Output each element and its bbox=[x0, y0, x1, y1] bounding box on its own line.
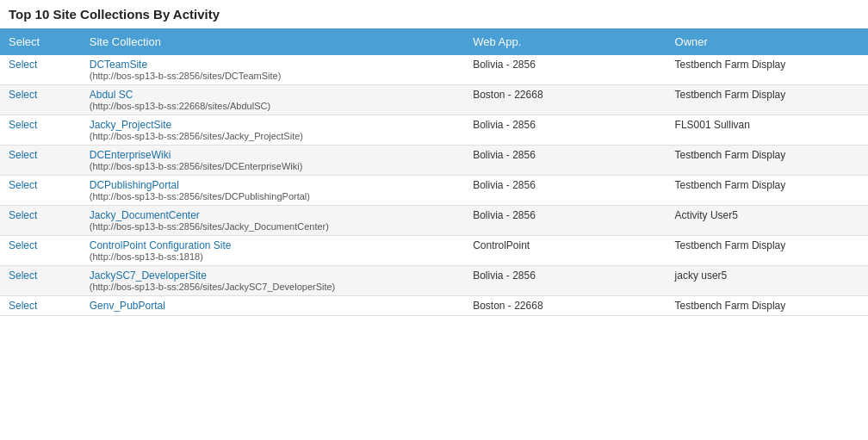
table-row: SelectControlPoint Configuration Site(ht… bbox=[0, 236, 868, 266]
col-webapp: Web App. bbox=[464, 28, 666, 55]
site-url-link[interactable]: (http://bos-sp13-b-ss:2856/sites/DCTeamS… bbox=[90, 71, 282, 81]
owner-cell: Testbench Farm Display bbox=[666, 55, 868, 85]
select-link[interactable]: Select bbox=[9, 89, 37, 101]
site-url-link[interactable]: (http://bos-sp13-b-ss:22668/sites/AbdulS… bbox=[90, 101, 270, 111]
owner-cell: jacky user5 bbox=[666, 266, 868, 296]
select-link[interactable]: Select bbox=[9, 119, 37, 131]
select-link[interactable]: Select bbox=[9, 300, 37, 312]
site-name-link[interactable]: ControlPoint Configuration Site bbox=[90, 239, 232, 251]
owner-cell: Testbench Farm Display bbox=[666, 296, 868, 316]
table-row: SelectJacky_ProjectSite(http://bos-sp13-… bbox=[0, 115, 868, 146]
owner-cell: FLS001 Sullivan bbox=[666, 115, 868, 146]
site-name-link[interactable]: Genv_PubPortal bbox=[90, 300, 165, 312]
webapp-cell: Bolivia - 2856 bbox=[464, 176, 666, 206]
owner-cell: Testbench Farm Display bbox=[666, 236, 868, 266]
webapp-cell: Boston - 22668 bbox=[464, 85, 666, 115]
owner-cell: Testbench Farm Display bbox=[666, 85, 868, 115]
table-row: SelectDCTeamSite(http://bos-sp13-b-ss:28… bbox=[0, 55, 868, 85]
select-link[interactable]: Select bbox=[9, 59, 37, 71]
site-name-link[interactable]: JackySC7_DeveloperSite bbox=[90, 270, 207, 282]
site-name-link[interactable]: DCPublishingPortal bbox=[90, 179, 179, 191]
site-name-link[interactable]: Abdul SC bbox=[90, 89, 133, 101]
select-link[interactable]: Select bbox=[9, 239, 37, 251]
table-row: SelectJacky_DocumentCenter(http://bos-sp… bbox=[0, 206, 868, 236]
site-url-link[interactable]: (http://bos-sp13-b-ss:2856/sites/JackySC… bbox=[90, 282, 336, 292]
webapp-cell: ControlPoint bbox=[464, 236, 666, 266]
col-owner: Owner bbox=[666, 28, 868, 55]
site-name-link[interactable]: Jacky_DocumentCenter bbox=[90, 209, 200, 221]
webapp-cell: Bolivia - 2856 bbox=[464, 55, 666, 85]
owner-cell: Testbench Farm Display bbox=[666, 146, 868, 176]
col-select: Select bbox=[0, 28, 81, 55]
site-url-link[interactable]: (http://bos-sp13-b-ss:1818) bbox=[90, 251, 203, 262]
select-link[interactable]: Select bbox=[9, 270, 37, 282]
site-name-link[interactable]: Jacky_ProjectSite bbox=[90, 119, 171, 131]
site-name-link[interactable]: DCTeamSite bbox=[90, 59, 147, 71]
select-link[interactable]: Select bbox=[9, 209, 37, 221]
select-link[interactable]: Select bbox=[9, 179, 37, 191]
table-row: SelectDCEnterpriseWiki(http://bos-sp13-b… bbox=[0, 146, 868, 176]
table-row: SelectDCPublishingPortal(http://bos-sp13… bbox=[0, 176, 868, 206]
webapp-cell: Bolivia - 2856 bbox=[464, 115, 666, 146]
site-url-link[interactable]: (http://bos-sp13-b-ss:2856/sites/DCPubli… bbox=[90, 191, 310, 201]
webapp-cell: Bolivia - 2856 bbox=[464, 206, 666, 236]
site-name-link[interactable]: DCEnterpriseWiki bbox=[90, 149, 171, 161]
webapp-cell: Bolivia - 2856 bbox=[464, 266, 666, 296]
owner-cell: Testbench Farm Display bbox=[666, 176, 868, 206]
site-url-link[interactable]: (http://bos-sp13-b-ss:2856/sites/DCEnter… bbox=[90, 161, 303, 171]
webapp-cell: Bolivia - 2856 bbox=[464, 146, 666, 176]
page-title: Top 10 Site Collections By Activity bbox=[0, 0, 868, 28]
col-site-collection: Site Collection bbox=[81, 28, 464, 55]
table-row: SelectJackySC7_DeveloperSite(http://bos-… bbox=[0, 266, 868, 296]
webapp-cell: Boston - 22668 bbox=[464, 296, 666, 316]
site-url-link[interactable]: (http://bos-sp13-b-ss:2856/sites/Jacky_P… bbox=[90, 131, 303, 141]
site-url-link[interactable]: (http://bos-sp13-b-ss:2856/sites/Jacky_D… bbox=[90, 221, 329, 232]
table-row: SelectGenv_PubPortalBoston - 22668Testbe… bbox=[0, 296, 868, 316]
select-link[interactable]: Select bbox=[9, 149, 37, 161]
site-collections-table: Select Site Collection Web App. Owner Se… bbox=[0, 28, 868, 316]
table-row: SelectAbdul SC(http://bos-sp13-b-ss:2266… bbox=[0, 85, 868, 115]
owner-cell: Activity User5 bbox=[666, 206, 868, 236]
